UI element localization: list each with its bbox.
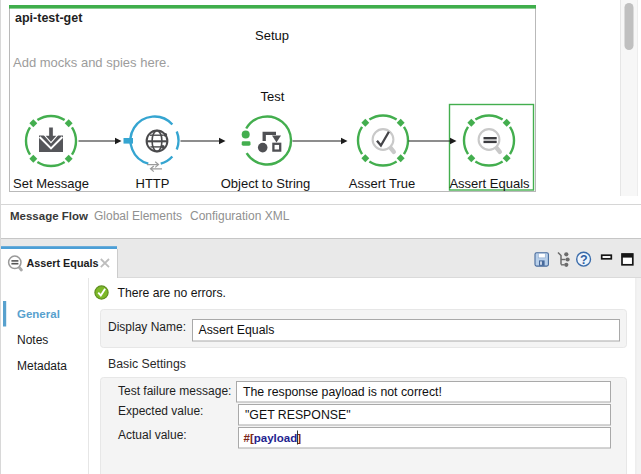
- svg-text:Assert Equals: Assert Equals: [199, 323, 275, 337]
- svg-text:Display Name:: Display Name:: [108, 320, 186, 334]
- svg-text:Basic Settings: Basic Settings: [108, 357, 186, 371]
- svg-text:Test: Test: [261, 89, 285, 104]
- svg-text:Assert Equals: Assert Equals: [449, 176, 530, 191]
- svg-text:There are no errors.: There are no errors.: [118, 286, 226, 300]
- svg-text:"GET RESPONSE": "GET RESPONSE": [245, 408, 351, 422]
- svg-text:Setup: Setup: [255, 28, 289, 43]
- svg-text:#[payload]: #[payload]: [244, 432, 302, 444]
- svg-text:Test failure message:: Test failure message:: [118, 384, 231, 398]
- svg-text:Object to String: Object to String: [221, 176, 311, 191]
- svg-text:Set Message: Set Message: [13, 176, 89, 191]
- svg-text:Actual value:: Actual value:: [118, 428, 187, 442]
- svg-text:api-test-get: api-test-get: [15, 11, 83, 25]
- svg-text:?: ?: [580, 253, 588, 267]
- svg-text:Add mocks and spies here.: Add mocks and spies here.: [13, 55, 170, 70]
- svg-text:The response payload is not co: The response payload is not correct!: [243, 385, 442, 399]
- svg-text:Assert Equals: Assert Equals: [27, 257, 99, 269]
- svg-text:General: General: [17, 308, 60, 320]
- svg-text:Expected value:: Expected value:: [118, 404, 203, 418]
- svg-text:Assert True: Assert True: [349, 176, 415, 191]
- svg-text:Message Flow: Message Flow: [10, 210, 88, 222]
- svg-text:Global Elements: Global Elements: [94, 209, 182, 223]
- svg-text:Metadata: Metadata: [17, 359, 67, 373]
- svg-text:HTTP: HTTP: [136, 176, 170, 191]
- svg-text:Configuration XML: Configuration XML: [190, 209, 290, 223]
- svg-text:Notes: Notes: [17, 333, 48, 347]
